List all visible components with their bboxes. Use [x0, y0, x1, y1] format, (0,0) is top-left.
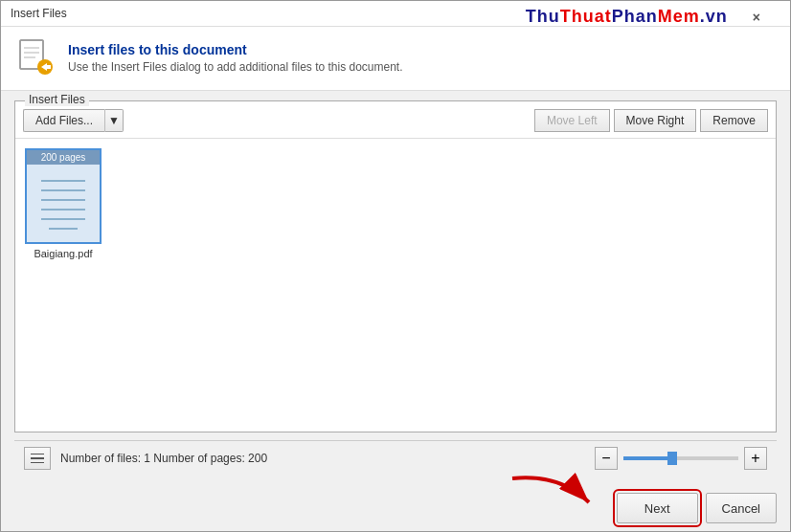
thumb-line-5 [41, 218, 85, 220]
zoom-in-button[interactable]: + [744, 447, 767, 470]
status-text: Number of files: 1 Number of pages: 200 [60, 452, 585, 465]
thumb-line-6 [49, 228, 78, 230]
close-button[interactable]: × [753, 10, 761, 25]
file-area[interactable]: 200 pages Baigiang.pdf [15, 139, 776, 432]
files-toolbar: Add Files... ▼ Move Left Move Right Remo… [15, 101, 776, 139]
cancel-button[interactable]: Cancel [706, 493, 777, 523]
zoom-slider-fill [623, 456, 669, 460]
thumb-line-3 [41, 199, 85, 201]
insert-files-dialog: Insert Files ThuThuatPhanMem.vn × Insert… [0, 0, 791, 532]
watermark-phan: Phan [612, 7, 658, 26]
thumb-line-1 [41, 180, 85, 182]
toolbar-right: Move Left Move Right Remove [534, 109, 768, 132]
header-icon [16, 38, 55, 77]
page-count-badge: 200 pages [27, 150, 100, 165]
move-left-button[interactable]: Move Left [534, 109, 610, 132]
group-box: Insert Files Add Files... ▼ Move Left Mo… [14, 100, 777, 432]
watermark-mem: Mem [658, 7, 700, 26]
footer: Next Cancel [1, 485, 790, 531]
header-text: Insert files to this document Use the In… [68, 42, 403, 74]
group-label: Insert Files [25, 93, 89, 106]
zoom-slider[interactable] [623, 456, 738, 460]
dropdown-arrow-icon: ▼ [108, 114, 120, 127]
watermark: ThuThuatPhanMem.vn × [526, 7, 761, 27]
view-options-button[interactable] [24, 447, 51, 470]
move-right-button[interactable]: Move Right [614, 109, 697, 132]
zoom-out-button[interactable]: − [595, 447, 618, 470]
header-title: Insert files to this document [68, 42, 403, 57]
watermark-thuat: Thuat [560, 7, 612, 26]
dialog-title: Insert Files [11, 7, 67, 20]
add-files-group: Add Files... ▼ [23, 109, 124, 132]
add-files-dropdown-button[interactable]: ▼ [104, 109, 124, 132]
zoom-controls: − + [595, 447, 767, 470]
header-section: Insert files to this document Use the In… [1, 27, 790, 91]
remove-button[interactable]: Remove [700, 109, 768, 132]
hamburger-line-1 [31, 454, 44, 455]
title-bar: Insert Files ThuThuatPhanMem.vn × [1, 1, 790, 27]
main-content: Insert Files Add Files... ▼ Move Left Mo… [1, 91, 790, 485]
thumb-line-4 [41, 209, 85, 211]
watermark-vn: vn [706, 7, 728, 26]
watermark-thu: Thu [526, 7, 560, 26]
next-button[interactable]: Next [617, 493, 698, 523]
zoom-slider-thumb[interactable] [667, 452, 677, 465]
svg-rect-7 [47, 65, 51, 69]
hamburger-line-2 [31, 457, 44, 459]
title-bar-left: Insert Files [11, 7, 67, 20]
hamburger-line-3 [31, 462, 44, 464]
thumb-content [27, 159, 100, 251]
file-thumbnail: 200 pages [25, 148, 102, 244]
status-bar: Number of files: 1 Number of pages: 200 … [14, 440, 777, 476]
toolbar-left: Add Files... ▼ [23, 109, 124, 132]
header-description: Use the Insert Files dialog to add addit… [68, 60, 403, 74]
add-files-button[interactable]: Add Files... [23, 109, 104, 132]
thumb-line-2 [41, 189, 85, 191]
list-item[interactable]: 200 pages Baigiang.pdf [25, 148, 102, 259]
